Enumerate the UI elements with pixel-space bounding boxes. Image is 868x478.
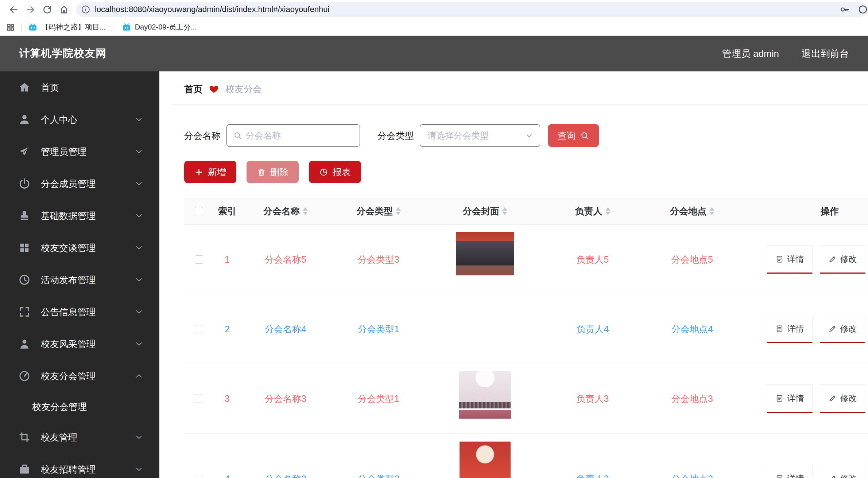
home-icon[interactable] xyxy=(55,1,72,18)
chapter-name-link[interactable]: 分会名称2 xyxy=(265,473,306,478)
detail-row-button[interactable]: 详情 xyxy=(767,315,813,343)
row-index-link[interactable]: 2 xyxy=(225,324,230,334)
chapter-type-select[interactable]: 请选择分会类型 xyxy=(420,124,540,147)
row-checkbox[interactable] xyxy=(195,255,203,264)
chapter-location-link[interactable]: 分会地点4 xyxy=(671,323,713,335)
chevron-down-icon xyxy=(525,132,533,140)
chapter-location-link[interactable]: 分会地点3 xyxy=(671,393,713,405)
chapter-cover-image[interactable] xyxy=(459,371,511,426)
detail-row-button[interactable]: 详情 xyxy=(767,245,813,274)
chevron-up-icon xyxy=(135,372,143,380)
column-header[interactable]: 分会封面 xyxy=(427,205,543,217)
chapter-name-link[interactable]: 分会名称4 xyxy=(265,323,306,335)
sidebar-item-label: 分会成员管理 xyxy=(41,178,135,190)
detail-row-button[interactable]: 详情 xyxy=(767,384,813,413)
sort-carets-icon[interactable] xyxy=(709,207,714,215)
chapter-cover-image[interactable] xyxy=(460,302,510,356)
add-button[interactable]: 新增 xyxy=(184,161,236,183)
sort-carets-icon[interactable] xyxy=(303,207,308,215)
sidebar-item-admins[interactable]: 管理员管理 xyxy=(0,136,159,168)
query-button[interactable]: 查询 xyxy=(548,124,599,147)
row-checkbox[interactable] xyxy=(195,475,203,478)
chapter-type-link[interactable]: 分会类型3 xyxy=(358,254,399,266)
chapter-name-link[interactable]: 分会名称3 xyxy=(265,393,306,405)
apps-grid-icon[interactable] xyxy=(6,23,15,32)
reload-icon[interactable] xyxy=(39,1,55,18)
logout-to-front-link[interactable]: 退出到前台 xyxy=(802,47,849,60)
sidebar-item-notice[interactable]: 公告信息管理 xyxy=(0,296,159,328)
sidebar-item-home[interactable]: 首页 xyxy=(0,71,159,103)
site-info-icon[interactable] xyxy=(81,5,90,14)
edit-icon xyxy=(828,394,837,403)
column-header[interactable]: 分会类型 xyxy=(330,205,427,217)
sidebar-item-recruit[interactable]: 校友招聘管理 xyxy=(0,453,159,478)
row-index-link[interactable]: 4 xyxy=(225,474,230,478)
sidebar-item-chat[interactable]: 校友交谈管理 xyxy=(0,232,159,264)
table-row: 1分会名称5分会类型3负责人5分会地点5详情修改删除 xyxy=(184,225,868,294)
url-bar[interactable]: localhost:8080/xiaoyouwang/admin/dist/in… xyxy=(76,2,868,17)
sidebar-item-profile[interactable]: 个人中心 xyxy=(0,103,159,136)
breadcrumb-current: 校友分会 xyxy=(225,83,262,95)
row-index-link[interactable]: 1 xyxy=(225,254,230,265)
chapter-leader-link[interactable]: 负责人5 xyxy=(577,254,609,266)
sidebar-item-label: 校友分会管理 xyxy=(41,370,135,382)
bulk-delete-button-label: 删除 xyxy=(270,166,288,178)
chapter-location-link[interactable]: 分会地点2 xyxy=(671,473,713,478)
row-index-link[interactable]: 3 xyxy=(225,393,230,404)
url-text[interactable]: localhost:8080/xiaoyouwang/admin/dist/in… xyxy=(95,5,329,14)
chapter-type-link[interactable]: 分会类型1 xyxy=(358,323,399,335)
doc-icon xyxy=(775,394,784,403)
column-header[interactable]: 负责人 xyxy=(543,205,642,217)
chevron-down-icon xyxy=(135,307,143,316)
edit-row-button[interactable]: 修改 xyxy=(820,315,865,343)
column-header-label: 负责人 xyxy=(575,205,602,217)
column-header: 索引 xyxy=(213,205,241,217)
sidebar-item-chapter[interactable]: 校友分会管理 xyxy=(0,360,159,392)
forward-icon[interactable] xyxy=(22,1,39,18)
sort-carets-icon[interactable] xyxy=(396,207,401,215)
home-icon xyxy=(18,81,31,94)
sidebar-subitem-chapter-manage[interactable]: 校友分会管理 xyxy=(0,392,159,421)
chapter-name-link[interactable]: 分会名称5 xyxy=(265,254,306,266)
chapter-name-input[interactable]: 分会名称 xyxy=(226,124,360,147)
sidebar-item-activity[interactable]: 活动发布管理 xyxy=(0,264,159,296)
back-icon[interactable] xyxy=(5,1,22,18)
detail-row-button[interactable]: 详情 xyxy=(767,465,813,478)
column-header-label: 分会名称 xyxy=(263,205,300,217)
chapter-type-link[interactable]: 分会类型1 xyxy=(358,393,399,405)
row-button-label: 详情 xyxy=(787,323,804,334)
chevron-down-icon xyxy=(135,465,143,474)
chapter-type-link[interactable]: 分会类型3 xyxy=(358,473,399,478)
report-button[interactable]: 报表 xyxy=(309,161,361,183)
chapter-cover-image[interactable] xyxy=(460,442,511,478)
bookmark-item-2[interactable]: Day02-09-员工分... xyxy=(122,22,197,32)
sidebar-item-members[interactable]: 分会成员管理 xyxy=(0,168,159,200)
sidebar-item-style[interactable]: 校友风采管理 xyxy=(0,328,159,360)
column-header-label: 分会类型 xyxy=(356,205,393,217)
chapter-leader-link[interactable]: 负责人4 xyxy=(577,323,609,335)
edit-row-button[interactable]: 修改 xyxy=(820,384,865,413)
password-key-icon[interactable] xyxy=(840,4,850,15)
sidebar-item-alumni[interactable]: 校友管理 xyxy=(0,421,159,453)
column-header[interactable]: 分会地点 xyxy=(642,205,742,217)
truncated-toolbar-icon[interactable] xyxy=(858,4,868,15)
chapter-cover-image[interactable] xyxy=(456,232,514,287)
bookmarks-separator xyxy=(21,23,22,32)
bookmark-item-1[interactable]: 【码神之路】项目... xyxy=(28,22,106,32)
chapter-leader-link[interactable]: 负责人2 xyxy=(577,473,609,478)
sidebar-item-basedata[interactable]: 基础数据管理 xyxy=(0,200,159,232)
select-all-checkbox[interactable] xyxy=(195,207,203,215)
edit-row-button[interactable]: 修改 xyxy=(820,465,865,478)
edit-row-button[interactable]: 修改 xyxy=(820,245,865,274)
row-checkbox[interactable] xyxy=(195,395,203,403)
sort-carets-icon[interactable] xyxy=(502,207,507,215)
bulk-delete-button[interactable]: 删除 xyxy=(247,161,299,183)
row-checkbox[interactable] xyxy=(195,325,203,333)
chapter-location-link[interactable]: 分会地点5 xyxy=(671,254,713,266)
sort-carets-icon[interactable] xyxy=(605,207,611,215)
table-row: 2分会名称4分会类型1负责人4分会地点4详情修改删除 xyxy=(184,294,868,364)
chapter-leader-link[interactable]: 负责人3 xyxy=(577,393,609,405)
query-button-label: 查询 xyxy=(558,130,576,142)
breadcrumb-home-link[interactable]: 首页 xyxy=(184,83,202,95)
column-header[interactable]: 分会名称 xyxy=(241,205,330,217)
